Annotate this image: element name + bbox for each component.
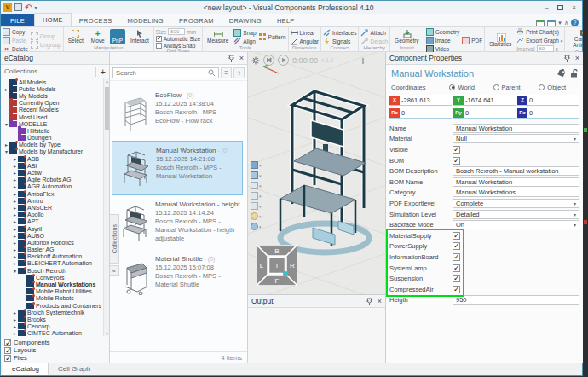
signals-button[interactable]: Signals xyxy=(323,38,357,45)
pin-icon[interactable] xyxy=(228,55,234,62)
minimize-button[interactable]: – xyxy=(540,3,553,13)
tree-item[interactable]: ▸Autonox Robotics xyxy=(1,239,103,246)
property-input[interactable]: Manual Workstations xyxy=(453,188,579,197)
tree-item[interactable]: ▸Beckhoff Automation xyxy=(1,253,103,260)
tree-item[interactable]: Currently Open xyxy=(1,100,103,107)
tree-item[interactable]: ▸Broich Systemtechnik xyxy=(1,309,103,316)
snap-button[interactable]: Snap xyxy=(233,29,256,37)
align-button[interactable]: Align xyxy=(233,38,256,45)
expander-icon[interactable]: ▸ xyxy=(12,198,18,204)
tree-item[interactable]: Mobile Robot Utilities xyxy=(1,288,103,295)
coordinate-field-rx[interactable]: Rx0 xyxy=(389,107,452,119)
coordinate-field-z[interactable]: Z0 xyxy=(517,95,579,106)
dropdown-caret-icon[interactable]: ▾ xyxy=(259,204,262,209)
tree-item[interactable]: ▸ABI xyxy=(1,162,103,169)
dropdown-caret-icon[interactable]: ▾ xyxy=(259,214,262,219)
expander-icon[interactable]: ▾ xyxy=(3,121,9,127)
view-box-icon[interactable]: ▾ xyxy=(251,182,262,189)
move-button[interactable]: +Move xyxy=(89,29,107,44)
expander-icon[interactable]: ▸ xyxy=(12,212,18,218)
expander-icon[interactable]: ▸ xyxy=(12,205,18,211)
tree-item[interactable]: ▸ANSCER xyxy=(1,204,103,211)
tree-item[interactable]: ▸Actiw xyxy=(1,169,103,176)
tree-item[interactable]: ▸AGR Automation xyxy=(1,183,103,190)
paste-button[interactable]: Paste xyxy=(3,37,28,44)
lock-icon[interactable] xyxy=(570,69,578,78)
coordinate-mode-parent[interactable]: Parent xyxy=(493,84,521,91)
import-geometry-button[interactable]: Geometry xyxy=(392,29,422,44)
copy-button[interactable]: Copy xyxy=(3,28,28,36)
tree-item[interactable]: Products and Containers xyxy=(1,302,103,309)
3d-viewport[interactable]: 0:00:00 x 1.0 ▾▾▾▾▾▾▾ xyxy=(248,52,386,294)
tree-item[interactable]: ▸Cencorp xyxy=(1,323,103,330)
search-box[interactable] xyxy=(112,67,219,78)
angle-icon[interactable]: ▾ xyxy=(251,202,262,210)
tab-program[interactable]: PROGRAM xyxy=(171,14,222,26)
expander-icon[interactable]: ▸ xyxy=(12,170,18,176)
export-graph-button[interactable]: Export Graph▾ xyxy=(516,37,562,44)
coordinate-field-rz[interactable]: Rz0 xyxy=(517,107,579,119)
catalog-item[interactable]: Material Shuttle - (0)15.12.2025 15:07:0… xyxy=(112,250,243,304)
close-panel-icon[interactable]: × xyxy=(575,55,579,62)
tree-item[interactable]: ▸ABB xyxy=(1,155,103,162)
catalog-item[interactable]: Manual Workstation - (0)15.12.2025 14:21… xyxy=(112,141,243,195)
tree-item[interactable]: Most Used xyxy=(1,113,103,120)
expander-icon[interactable]: ▸ xyxy=(3,142,9,148)
ungroup-button[interactable]: Ungroup xyxy=(31,41,61,49)
axis-value[interactable]: -2861.613 xyxy=(401,96,430,104)
tree-item[interactable]: My Models xyxy=(1,92,103,99)
tree-item[interactable]: ▸Brooks xyxy=(1,316,103,322)
world-icon[interactable]: ▾ xyxy=(251,223,262,230)
dropdown-caret-icon[interactable]: ▾ xyxy=(259,173,262,178)
pnp-button[interactable]: PnP xyxy=(110,29,125,44)
tree-item[interactable]: All Models xyxy=(1,78,103,85)
tree-item[interactable]: Hilfsteile xyxy=(1,127,103,134)
expander-icon[interactable]: ▾ xyxy=(3,148,9,154)
dropdown-caret-icon[interactable]: ▾ xyxy=(259,183,262,188)
app-logo-icon[interactable]: V xyxy=(3,3,12,12)
pin-icon[interactable] xyxy=(366,298,372,305)
coordinate-field-y[interactable]: Y-1674.641 xyxy=(453,95,516,106)
automatic-size-checkbox[interactable]: Automatic Size xyxy=(156,36,200,42)
coordinate-mode-world[interactable]: World xyxy=(449,84,474,91)
simulation-settings-gear-icon[interactable] xyxy=(251,56,260,65)
add-collection-button[interactable]: + xyxy=(95,67,106,77)
coordinate-mode-object[interactable]: Object xyxy=(539,84,566,91)
tree-item[interactable]: ▸AmbaFlex xyxy=(1,190,103,197)
property-input[interactable]: Manual Workstation xyxy=(453,177,579,187)
dropdown-caret-icon[interactable]: ▾ xyxy=(259,224,262,229)
tree-item[interactable]: ▸CIMTEC Automation xyxy=(1,330,103,336)
statistics-button[interactable]: Statistics xyxy=(487,32,514,48)
tree-item[interactable]: Mobile Robots xyxy=(1,295,103,302)
expander-icon[interactable]: ▸ xyxy=(12,218,18,224)
print-charts-button[interactable]: Print Chart(s) xyxy=(516,28,562,36)
interfaces-button[interactable]: Interfaces xyxy=(323,29,357,37)
capture-icon[interactable]: ▾ xyxy=(251,161,262,169)
property-checkbox[interactable] xyxy=(453,232,460,240)
expander-icon[interactable]: ▸ xyxy=(12,310,18,316)
navigation-cube[interactable]: B L T R F xyxy=(257,245,297,286)
catalog-item[interactable]: Manual Workstation - height adjusta15.12… xyxy=(112,195,243,250)
property-input[interactable]: 950 xyxy=(453,295,579,304)
measure-button[interactable]: Measure xyxy=(205,29,231,44)
bottom-tab-cell-graph[interactable]: Cell Graph xyxy=(49,362,100,375)
bottom-tab-ecatalog[interactable]: eCatalog xyxy=(3,362,49,375)
expander-icon[interactable]: ▸ xyxy=(12,177,18,183)
scroll-down-icon[interactable]: ▾ xyxy=(104,331,110,336)
search-input[interactable] xyxy=(116,69,208,77)
tree-item[interactable]: ▸Amtru xyxy=(1,197,103,204)
tree-item[interactable]: Recent Models xyxy=(1,107,103,113)
speed-slider[interactable] xyxy=(337,57,372,64)
help-icon[interactable]: ? xyxy=(571,19,579,26)
scroll-up-icon[interactable]: ▴ xyxy=(104,78,110,84)
window-layout-icon[interactable] xyxy=(547,20,556,26)
property-checkbox[interactable] xyxy=(453,275,460,282)
expander-icon[interactable]: ▸ xyxy=(12,233,18,239)
tree-item[interactable]: ▸Basler AG xyxy=(1,246,103,253)
tree-item[interactable]: ▸Public Models xyxy=(1,85,103,92)
expander-icon[interactable]: ▸ xyxy=(3,86,9,92)
export-pdf-button[interactable]: PDF xyxy=(462,37,482,44)
expander-icon[interactable]: ▸ xyxy=(12,246,18,252)
expander-icon[interactable]: ▸ xyxy=(12,240,18,246)
tree-item[interactable]: ▾Models by Manufacturer xyxy=(1,148,103,155)
